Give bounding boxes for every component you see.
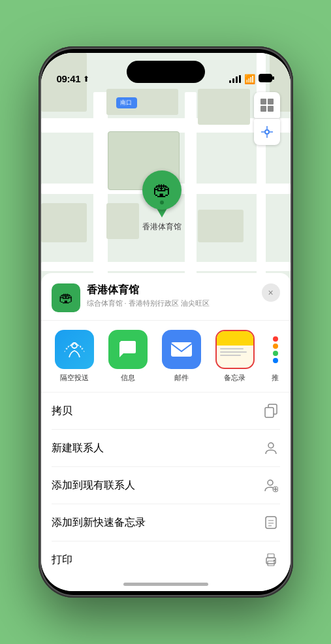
notes-icon [215,330,255,369]
dot-green [273,351,278,356]
svg-point-28 [273,560,274,561]
share-item-mail[interactable]: 邮件 [159,330,204,383]
dot-red [273,336,278,342]
action-print-label: 打印 [52,553,72,567]
pin-dot [160,201,164,204]
building-2 [198,89,250,125]
action-list: 拷贝 新建联系人 [41,393,291,572]
svg-rect-12 [171,342,192,357]
action-copy[interactable]: 拷贝 [52,393,280,430]
phone-frame: 09:41 ⬆ 📶 [39,46,293,598]
more-icon [266,330,285,369]
share-item-notes[interactable]: 备忘录 [212,330,258,383]
action-add-contact-label: 添加到现有联系人 [52,479,135,492]
svg-point-16 [268,480,273,485]
signal-bar-4 [239,75,241,83]
action-copy-label: 拷贝 [52,404,72,418]
status-icons: 📶 [229,74,275,84]
svg-rect-3 [268,99,274,105]
map-controls [254,92,280,145]
svg-rect-4 [260,106,266,112]
venue-card: 🏟 香港体育馆 综合体育馆 · 香港特别行政区 油尖旺区 × [41,273,291,321]
person-add-icon [262,476,280,494]
share-item-airdrop[interactable]: 隔空投送 [52,330,97,383]
road-h-1 [41,118,291,133]
action-new-contact-label: 新建联系人 [52,442,104,455]
share-item-messages[interactable]: 信息 [105,330,151,383]
airdrop-label: 隔空投送 [60,373,89,383]
svg-rect-5 [268,106,274,112]
svg-rect-1 [272,76,274,80]
home-indicator [123,583,208,586]
svg-rect-21 [266,517,276,528]
stadium-icon: 🏟 [153,181,171,199]
venue-icon: 🏟 [52,283,80,312]
close-button[interactable]: × [262,283,280,302]
action-print[interactable]: 打印 [52,541,280,572]
notes-top-bar [217,331,253,346]
dot-blue [273,358,278,363]
svg-rect-2 [260,99,266,105]
status-time: 09:41 [57,73,81,84]
action-add-contact[interactable]: 添加到现有联系人 [52,467,280,504]
road-h-3 [41,262,291,271]
messages-label: 信息 [121,373,135,383]
building-5 [198,210,244,242]
location-button[interactable] [254,119,280,145]
signal-bar-3 [236,76,238,83]
phone-screen: 09:41 ⬆ 📶 [41,53,291,591]
pin-circle: 🏟 [142,170,181,210]
copy-icon [262,402,280,420]
dot-orange [273,344,278,349]
mail-label: 邮件 [174,373,189,383]
venue-info: 🏟 香港体育馆 综合体育馆 · 香港特别行政区 油尖旺区 [52,283,210,312]
map-type-button[interactable] [254,92,280,118]
building-4 [106,203,139,239]
map-label: 南口 [116,97,137,108]
action-add-note-label: 添加到新快速备忘录 [52,516,146,530]
action-add-note[interactable]: 添加到新快速备忘录 [52,504,280,541]
mail-icon [162,330,201,369]
print-icon [262,551,280,569]
notes-label: 备忘录 [224,373,245,383]
share-row: 隔空投送 信息 [41,321,291,393]
bottom-sheet: 🏟 香港体育馆 综合体育馆 · 香港特别行政区 油尖旺区 × [41,273,291,591]
notes-line-3 [220,355,241,356]
airdrop-icon [55,330,94,369]
venue-emoji: 🏟 [59,289,73,306]
building-3 [41,203,87,242]
svg-rect-14 [265,408,274,417]
svg-point-6 [265,130,269,134]
note-icon [262,513,280,532]
more-label: 推 [272,373,279,383]
venue-category: 综合体育馆 · 香港特别行政区 油尖旺区 [87,298,210,308]
venue-name: 香港体育馆 [87,283,210,297]
messages-icon [108,330,148,369]
svg-rect-0 [259,74,272,82]
person-icon [262,439,280,457]
action-new-contact[interactable]: 新建联系人 [52,430,280,467]
venue-text: 香港体育馆 综合体育馆 · 香港特别行政区 油尖旺区 [87,283,210,308]
notes-line-1 [220,348,244,349]
notes-lines [217,346,253,359]
pin-label: 香港体育馆 [142,221,181,233]
dynamic-island [127,61,205,83]
stadium-pin: 🏟 香港体育馆 [142,170,181,233]
share-item-more[interactable]: 推 [266,330,285,383]
pin-tail [157,208,167,217]
location-icon: ⬆ [83,74,89,84]
svg-point-15 [268,443,274,448]
wifi-icon: 📶 [244,74,255,84]
signal-bar-2 [232,78,234,83]
notes-line-2 [220,351,247,353]
signal-bar-1 [229,80,231,83]
svg-rect-26 [268,554,274,558]
signal-bars [229,75,241,83]
battery-icon [259,74,275,84]
